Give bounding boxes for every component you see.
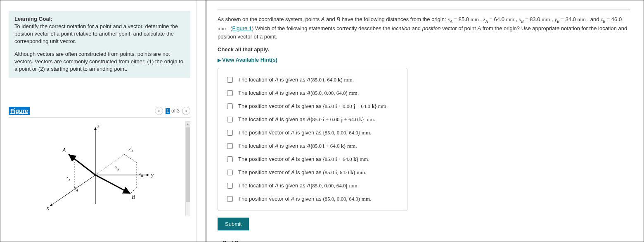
figure-prev-button[interactable]: < xyxy=(155,107,163,115)
part-b-header[interactable]: Part B xyxy=(218,240,631,242)
answer-option[interactable]: The position vector of A is given as {85… xyxy=(225,126,400,139)
option-checkbox[interactable] xyxy=(227,130,233,136)
figure-nav: < 1 of 3 > xyxy=(155,107,190,115)
answer-option[interactable]: The position vector of A is given as {85… xyxy=(225,100,400,113)
option-text: The location of A is given as A(85.0 i, … xyxy=(238,77,354,83)
option-text: The position vector of A is given as (85… xyxy=(238,169,367,176)
option-text: The position vector of A is given as (85… xyxy=(238,196,372,202)
svg-text:A: A xyxy=(62,147,66,153)
learning-goal-title: Learning Goal: xyxy=(14,16,185,22)
answer-option[interactable]: The location of A is given as A{85.0, 0.… xyxy=(225,179,400,192)
option-checkbox[interactable] xyxy=(227,196,233,202)
problem-text: As shown on the coordinate system, point… xyxy=(218,15,630,41)
answer-option[interactable]: The position vector of A is given as (85… xyxy=(225,166,400,179)
answer-option[interactable]: The location of A is given as A(85.0 i, … xyxy=(225,73,400,86)
svg-text:x: x xyxy=(46,205,49,211)
view-hints-toggle[interactable]: View Available Hint(s) xyxy=(218,57,631,63)
right-pane: As shown on the coordinate system, point… xyxy=(197,0,644,242)
option-checkbox[interactable] xyxy=(227,103,233,109)
option-text: The location of A is given as A(85.0, 0.… xyxy=(238,90,359,96)
figure-diagram: z y x A B zA xA yB xB zB xyxy=(9,121,166,212)
option-checkbox[interactable] xyxy=(227,143,233,149)
option-text: The position vector of A is given as {85… xyxy=(238,103,388,110)
option-checkbox[interactable] xyxy=(227,77,233,83)
answer-option[interactable]: The position vector of A is given as {85… xyxy=(225,153,400,166)
option-checkbox[interactable] xyxy=(227,156,233,162)
option-text: The location of A is given as A{85.0 i +… xyxy=(238,143,357,149)
answer-option[interactable]: The location of A is given as A(85.0, 0.… xyxy=(225,86,400,100)
answer-options-box: The location of A is given as A(85.0 i, … xyxy=(218,68,407,211)
figure-next-button[interactable]: > xyxy=(182,107,190,115)
option-text: The position vector of A is given as {85… xyxy=(238,129,372,136)
section-divider xyxy=(218,9,630,10)
answer-option[interactable]: The location of A is given as A{85.0 i +… xyxy=(225,113,400,126)
option-text: The location of A is given as A{85.0 i +… xyxy=(238,116,375,123)
option-checkbox[interactable] xyxy=(227,183,233,189)
svg-text:xB: xB xyxy=(115,164,119,171)
svg-text:xA: xA xyxy=(73,185,78,192)
figure-link[interactable]: Figure 1 xyxy=(232,25,252,31)
option-text: The position vector of A is given as {85… xyxy=(238,156,369,163)
option-checkbox[interactable] xyxy=(227,170,233,175)
svg-line-8 xyxy=(95,175,130,194)
left-pane: Learning Goal: To identify the correct n… xyxy=(0,0,197,242)
figure-area: z y x A B zA xA yB xB zB ▲ xyxy=(9,121,190,220)
answer-option[interactable]: The position vector of A is given as (85… xyxy=(225,192,400,206)
learning-goal-para1: To identify the correct notation for a p… xyxy=(14,23,185,46)
learning-goal-para2: Although vectors are often constructed f… xyxy=(14,50,185,73)
svg-text:z: z xyxy=(97,122,99,129)
scroll-up-icon[interactable]: ▲ xyxy=(186,122,190,127)
option-text: The location of A is given as A{85.0, 0.… xyxy=(238,182,359,189)
figure-scrollbar[interactable]: ▲ xyxy=(185,121,190,216)
option-checkbox[interactable] xyxy=(227,117,233,122)
svg-text:zB: zB xyxy=(139,171,143,178)
svg-text:zA: zA xyxy=(66,175,70,182)
svg-text:B: B xyxy=(132,194,135,200)
submit-button[interactable]: Submit xyxy=(218,218,249,230)
check-all-label: Check all that apply. xyxy=(218,46,631,53)
figure-page: 1 of 3 xyxy=(166,108,180,114)
scroll-thumb[interactable] xyxy=(186,127,190,202)
answer-option[interactable]: The location of A is given as A{85.0 i +… xyxy=(225,139,400,153)
svg-text:yB: yB xyxy=(128,146,133,153)
svg-text:y: y xyxy=(150,172,154,178)
figure-label[interactable]: Figure xyxy=(9,107,30,115)
option-checkbox[interactable] xyxy=(227,90,233,96)
svg-line-6 xyxy=(69,154,95,175)
figure-header: Figure < 1 of 3 > xyxy=(9,107,190,118)
learning-goal-box: Learning Goal: To identify the correct n… xyxy=(9,11,190,78)
